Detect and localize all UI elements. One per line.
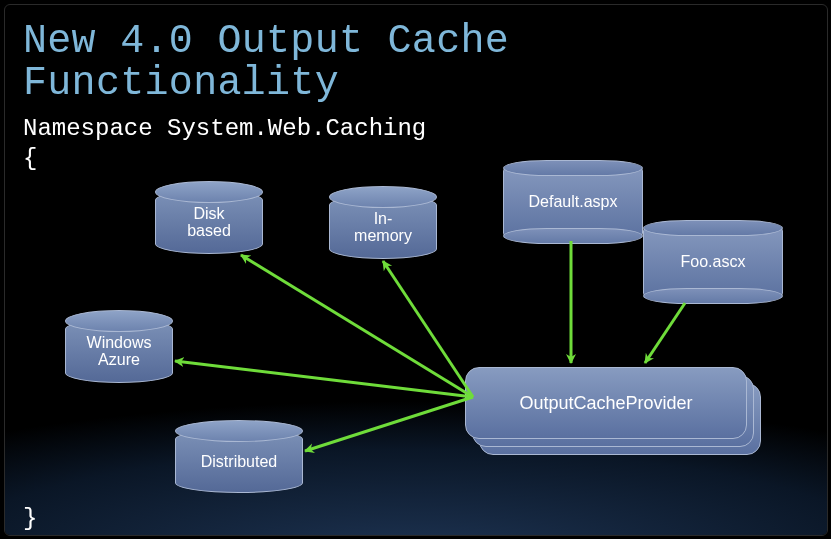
cylinder-windows-azure: WindowsAzure <box>65 319 173 383</box>
arrow-to-distributed <box>305 397 473 451</box>
arrow-to-inmemory <box>383 261 473 397</box>
cylinder-in-memory: In-memory <box>329 195 437 259</box>
scroll-label: Foo.ascx <box>644 228 782 296</box>
output-cache-provider-stack: OutputCacheProvider <box>465 367 759 455</box>
arrow-from-foo-ascx <box>645 303 685 363</box>
cylinder-distributed: Distributed <box>175 429 303 493</box>
arrow-to-azure <box>175 361 473 397</box>
namespace-line: Namespace System.Web.Caching <box>23 115 426 142</box>
scroll-label: Default.aspx <box>504 168 642 236</box>
brace-close: } <box>23 505 37 532</box>
provider-card-front: OutputCacheProvider <box>465 367 747 439</box>
arrow-to-disk <box>241 255 473 397</box>
slide-title: New 4.0 Output CacheFunctionality <box>23 21 509 105</box>
cylinder-label: Diskbased <box>156 191 262 253</box>
scroll-foo-ascx: Foo.ascx <box>643 227 783 297</box>
cylinder-label: Distributed <box>176 430 302 492</box>
scroll-default-aspx: Default.aspx <box>503 167 643 237</box>
cylinder-label: In-memory <box>330 196 436 258</box>
brace-open: { <box>23 145 37 172</box>
provider-label: OutputCacheProvider <box>519 393 692 414</box>
cylinder-label: WindowsAzure <box>66 320 172 382</box>
cylinder-disk-based: Diskbased <box>155 190 263 254</box>
slide-frame: New 4.0 Output CacheFunctionality Namesp… <box>4 4 828 536</box>
